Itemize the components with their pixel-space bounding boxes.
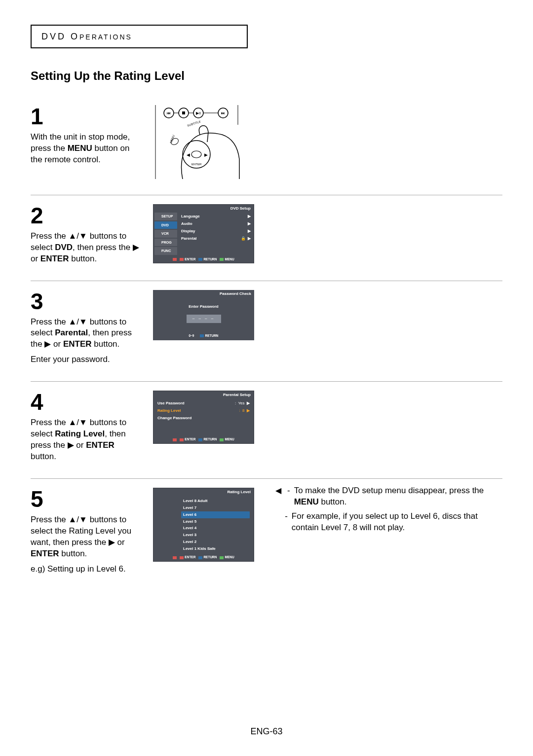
side-notes: ◀ - To make the DVD setup menu disappear… xyxy=(275,485,502,537)
rating-level-row: Level 1 Kids Safe xyxy=(183,545,250,552)
remote-illustration: ⏮ ▶II ⏭ ◀ xyxy=(153,105,247,179)
step-text: Press the ▲/▼ buttons to select Parental… xyxy=(31,317,139,366)
clock-icon xyxy=(155,241,160,245)
menu-item: Audio▶ xyxy=(180,220,252,228)
menu-item-selected: Rating Level: 8 ▶ xyxy=(156,407,251,415)
remote-label-menu: MENU xyxy=(169,134,175,144)
menu-item: Display▶ xyxy=(180,228,252,235)
note-arrow-icon: ◀ xyxy=(275,485,281,508)
rating-level-row: Level 8 Adult xyxy=(183,498,250,505)
password-input: – – – – xyxy=(187,315,221,323)
setup-sidebar: SETUP DVD VCR PROG FUNC xyxy=(153,212,178,255)
screen-title: Parental Setup xyxy=(153,391,254,399)
rating-levels-list: Level 8 AdultLevel 7Level 6Level 5Level … xyxy=(153,496,254,553)
vcr-icon xyxy=(155,232,160,236)
lock-icon: 🔒 xyxy=(241,236,246,241)
rating-level-row: Level 7 xyxy=(183,505,250,512)
menu-item: Parental🔒 ▶ xyxy=(180,235,252,243)
rating-level-row: Level 3 xyxy=(183,532,250,539)
password-screen: Password Check Enter Password – – – – 0~… xyxy=(153,290,254,340)
page-number: ENG-63 xyxy=(0,725,533,737)
password-prompt: Enter Password xyxy=(158,304,249,310)
screen-footer: 0~9 RETURN xyxy=(153,332,254,340)
page-title: Setting Up the Rating Level xyxy=(31,68,502,84)
step-text: Press the ▲/▼ buttons to select Rating L… xyxy=(31,417,139,463)
rating-level-row: Level 4 xyxy=(183,525,250,532)
step-1: 1 With the unit in stop mode, press the … xyxy=(31,96,502,195)
svg-text:▶: ▶ xyxy=(204,152,208,157)
svg-rect-5 xyxy=(182,111,185,114)
screen-title: DVD Setup xyxy=(153,205,254,213)
screen-title: Password Check xyxy=(153,290,254,298)
step-2: 2 Press the ▲/▼ buttons to select DVD, t… xyxy=(31,195,502,281)
svg-text:◀: ◀ xyxy=(187,152,190,157)
rating-level-screen: Rating Level Level 8 AdultLevel 7Level 6… xyxy=(153,488,254,562)
stop-icon xyxy=(173,258,177,261)
rating-level-row: Level 5 xyxy=(183,518,250,525)
screen-footer: ENTER RETURN MENU xyxy=(153,255,254,263)
rating-level-row: Level 2 xyxy=(183,539,250,546)
step-number: 2 xyxy=(31,204,139,227)
screen-footer: ENTER RETURN MENU xyxy=(153,435,254,443)
step-4: 4 Press the ▲/▼ buttons to select Rating… xyxy=(31,382,502,479)
step-number: 3 xyxy=(31,290,139,313)
dvd-icon xyxy=(155,223,160,227)
step-text: With the unit in stop mode, press the ME… xyxy=(31,132,139,166)
step-text: Press the ▲/▼ buttons to select DVD, the… xyxy=(31,231,139,265)
screen-title: Rating Level xyxy=(153,488,254,496)
remote-label-subtitle: SUBTITLE xyxy=(187,120,201,127)
step-number: 1 xyxy=(31,105,139,128)
step-number: 5 xyxy=(31,488,139,510)
dvd-setup-screen: DVD Setup SETUP DVD VCR PROG FUNC Langua… xyxy=(153,204,254,264)
svg-text:⏭: ⏭ xyxy=(221,111,225,115)
header-box: DVD OPERATIONS xyxy=(31,25,248,48)
parental-setup-screen: Parental Setup Use Password: Yes ▶ Ratin… xyxy=(153,391,254,444)
step-3: 3 Press the ▲/▼ buttons to select Parent… xyxy=(31,281,502,382)
func-icon xyxy=(155,249,160,253)
step-text: Press the ▲/▼ buttons to select the Rati… xyxy=(31,514,139,575)
header-category: DVD OPERATIONS xyxy=(41,32,132,41)
screen-footer: ENTER RETURN MENU xyxy=(153,553,254,561)
menu-item: Language▶ xyxy=(180,213,252,220)
gear-icon xyxy=(155,215,160,218)
step-number: 4 xyxy=(31,391,139,413)
remote-label-enter: ENTER xyxy=(191,163,202,166)
menu-item: Use Password: Yes ▶ xyxy=(156,400,251,407)
svg-text:▶II: ▶II xyxy=(196,111,201,115)
svg-point-14 xyxy=(191,151,201,158)
menu-item: Change Password xyxy=(156,415,251,422)
rating-level-row: Level 6 xyxy=(181,511,250,518)
svg-text:⏮: ⏮ xyxy=(167,111,171,115)
